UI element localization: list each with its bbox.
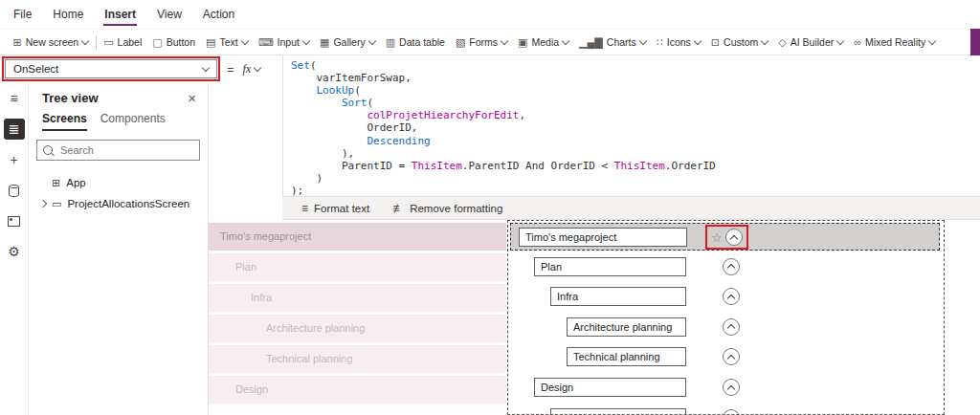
- data-table-icon: ▥: [386, 37, 395, 48]
- tree-view-tabs: ScreensComponents: [29, 110, 208, 131]
- ribbon-icons[interactable]: ∷Icons: [651, 30, 705, 55]
- ribbon-new-screen[interactable]: ⊞New screen: [8, 30, 94, 55]
- media-rail-button[interactable]: [4, 210, 25, 231]
- formula-token: ,: [519, 109, 525, 121]
- chevron-up-icon: [727, 355, 735, 362]
- gallery-row[interactable]: [510, 374, 940, 402]
- tree-view-icon: ≣: [9, 122, 20, 136]
- ribbon-item-label: Text: [219, 36, 237, 48]
- chevron-down-icon: [761, 37, 768, 45]
- gallery-row[interactable]: [510, 314, 940, 341]
- tab-screens[interactable]: Screens: [42, 112, 87, 131]
- ribbon-input[interactable]: ⌨Input: [253, 30, 314, 55]
- menu-rail-button[interactable]: ≡: [4, 88, 25, 109]
- formula-token: [291, 97, 342, 109]
- formula-token: ),: [291, 147, 354, 160]
- search-icon: [43, 145, 53, 155]
- input-icon: ⌨: [258, 37, 274, 48]
- selected-property: OnSelect: [13, 63, 58, 75]
- tree-item-label: ProjectAllocationsScreen: [67, 198, 189, 209]
- item-title-input[interactable]: [534, 378, 686, 397]
- ribbon-text[interactable]: ▤Text: [201, 30, 254, 55]
- tab-components[interactable]: Components: [100, 112, 166, 131]
- tree-view-panel: Tree view × ScreensComponents ⊞App▭Proje…: [29, 82, 209, 415]
- gallery-row[interactable]: [510, 253, 940, 281]
- menu-item-view[interactable]: View: [155, 3, 184, 26]
- insert-plus-rail-button[interactable]: +: [4, 149, 25, 170]
- ribbon-data-table[interactable]: ▥Data table: [380, 30, 450, 55]
- left-rail: ≡≣+⚙: [0, 82, 29, 415]
- formula-token: [291, 84, 317, 97]
- ribbon-ai-builder[interactable]: ◇AI Builder: [773, 30, 849, 55]
- item-title-input[interactable]: [567, 317, 686, 337]
- menu-item-file[interactable]: File: [11, 3, 33, 26]
- tree-item-projectallocationsscreen[interactable]: ▭ProjectAllocationsScreen: [29, 193, 208, 214]
- annotation-highlight: ☆: [705, 225, 748, 250]
- property-selector-dropdown[interactable]: OnSelect: [5, 59, 217, 78]
- move-up-button[interactable]: [723, 348, 740, 365]
- ribbon-mixed-reality[interactable]: ∞Mixed Reality: [849, 30, 941, 55]
- formula-token: varItemForSwap,: [291, 72, 412, 84]
- ribbon-media[interactable]: ▣Media: [513, 30, 574, 55]
- fx-dropdown[interactable]: fx: [243, 62, 261, 76]
- ribbon-item-label: Label: [118, 36, 143, 48]
- format-text-icon: ≡: [301, 203, 308, 214]
- item-title-input[interactable]: [550, 287, 686, 306]
- chevron-up-icon: [727, 384, 735, 392]
- ribbon-forms[interactable]: ▧Forms: [450, 30, 512, 55]
- ribbon-button[interactable]: ▢Button: [147, 30, 201, 55]
- ribbon-divider: [96, 35, 97, 50]
- menu-item-home[interactable]: Home: [51, 3, 85, 26]
- faded-list-item: Plan: [209, 253, 506, 281]
- menu-item-insert[interactable]: Insert: [102, 3, 138, 26]
- insert-ribbon: ⊞New screen▭Label▢Button▤Text⌨Input▦Gall…: [0, 29, 980, 55]
- close-icon[interactable]: ×: [188, 91, 196, 105]
- move-up-button[interactable]: [723, 409, 740, 415]
- formula-line: varItemForSwap,: [291, 72, 980, 84]
- search-box[interactable]: [36, 140, 200, 161]
- button-icon: ▢: [152, 37, 162, 48]
- custom-icon: ⊡: [711, 37, 720, 48]
- move-up-button[interactable]: [723, 318, 740, 336]
- faded-item-label: Architecture planning: [209, 315, 506, 342]
- item-title-input[interactable]: [534, 257, 686, 276]
- format-button-label: Format text: [314, 203, 369, 214]
- remove-formatting-button[interactable]: ≢Remove formatting: [381, 197, 514, 219]
- fx-label: fx: [243, 62, 252, 76]
- menu-item-action[interactable]: Action: [201, 3, 236, 26]
- hierarchy-gallery[interactable]: ☆: [507, 220, 945, 415]
- tree-item-app[interactable]: ⊞App: [29, 172, 208, 193]
- data-sources-rail-button[interactable]: [4, 180, 25, 201]
- move-up-button[interactable]: [723, 258, 740, 275]
- insert-plus-icon: +: [10, 153, 17, 166]
- ribbon-custom[interactable]: ⊡Custom: [705, 30, 772, 55]
- move-up-button[interactable]: [725, 229, 743, 246]
- format-text-button[interactable]: ≡Format text: [290, 197, 381, 219]
- formula-token: .ParentID And OrderID <: [462, 160, 614, 172]
- item-title-input[interactable]: [567, 347, 686, 366]
- ribbon-charts[interactable]: ▁▄▇Charts: [574, 30, 652, 55]
- chevron-down-icon: [562, 37, 569, 45]
- theme-color-swatch: [970, 29, 980, 55]
- gallery-row[interactable]: ☆: [510, 223, 940, 251]
- formula-token: OrderID,: [291, 121, 417, 134]
- gallery-row[interactable]: [510, 404, 940, 415]
- menu-icon: ≡: [10, 92, 17, 105]
- gallery-row[interactable]: [510, 343, 940, 371]
- menu-bar: FileHomeInsertViewAction: [0, 0, 980, 29]
- advanced-tools-rail-button[interactable]: ⚙: [4, 241, 25, 262]
- gallery-row[interactable]: [510, 283, 940, 311]
- tree-view-rail-button[interactable]: ≣: [4, 119, 25, 140]
- ribbon-label[interactable]: ▭Label: [99, 30, 147, 55]
- move-up-button[interactable]: [723, 379, 740, 396]
- search-input[interactable]: [58, 143, 187, 157]
- ribbon-gallery[interactable]: ▦Gallery: [314, 30, 380, 55]
- formula-token: colProjetHiearchyForEdit: [367, 109, 519, 121]
- data-sources-icon: [9, 185, 19, 197]
- remove-formatting-icon: ≢: [392, 203, 404, 214]
- item-title-input[interactable]: [550, 408, 686, 415]
- formula-editor[interactable]: Set( varItemForSwap, LookUp( Sort( colPr…: [282, 55, 980, 197]
- ribbon-item-label: Data table: [399, 36, 445, 48]
- item-title-input[interactable]: [519, 228, 687, 247]
- move-up-button[interactable]: [723, 288, 740, 305]
